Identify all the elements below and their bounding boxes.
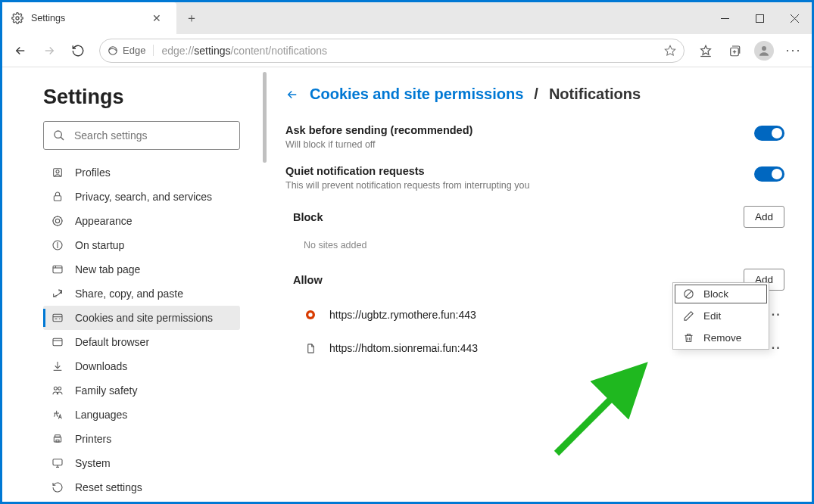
favorites-button[interactable] [692, 37, 719, 64]
menu-item-remove[interactable]: Remove [673, 327, 769, 349]
sidebar-item-appearance[interactable]: Appearance [43, 209, 240, 233]
svg-marker-7 [701, 45, 711, 54]
svg-point-13 [55, 131, 61, 138]
profile-avatar[interactable] [754, 41, 774, 61]
sidebar-item-default-browser[interactable]: Default browser [43, 330, 240, 354]
sidebar-item-label: Languages [75, 409, 127, 421]
url-text: edge://settings/content/notifications [161, 45, 657, 57]
download-icon [51, 360, 64, 372]
block-heading: Block [293, 211, 323, 223]
site-identity[interactable]: Edge [108, 45, 154, 56]
svg-point-42 [308, 313, 312, 316]
reset-icon [51, 481, 64, 493]
sidebar-item-label: Appearance [75, 215, 133, 227]
collections-button[interactable] [721, 37, 748, 64]
cookies-icon [51, 312, 64, 324]
menu-button[interactable]: ··· [780, 37, 807, 64]
toggle-ask-before-sending[interactable] [754, 126, 784, 141]
svg-line-44 [685, 291, 692, 297]
svg-point-33 [58, 387, 61, 390]
svg-marker-6 [665, 45, 675, 55]
sidebar-item-languages[interactable]: Languages [43, 403, 240, 427]
block-icon [682, 288, 694, 300]
settings-heading: Settings [43, 86, 249, 109]
family-icon [51, 384, 64, 397]
setting-title: Ask before sending (recommended) [285, 124, 472, 136]
block-add-button[interactable]: Add [744, 206, 784, 228]
refresh-button[interactable] [64, 37, 92, 64]
setting-desc: This will prevent notification requests … [285, 180, 529, 191]
sidebar-item-label: Family safety [75, 384, 137, 397]
sidebar-item-cookies-and-site-permissions[interactable]: Cookies and site permissions [43, 306, 240, 330]
share-icon [51, 288, 64, 300]
sidebar-item-label: Profiles [75, 166, 111, 179]
sidebar-item-profiles[interactable]: Profiles [43, 160, 240, 185]
lock-icon [51, 191, 64, 203]
svg-rect-36 [55, 435, 61, 437]
search-settings-field[interactable] [74, 129, 230, 142]
toggle-quiet-requests[interactable] [754, 166, 784, 182]
site-context-menu: Block Edit Remove [672, 282, 769, 350]
search-settings-input[interactable] [43, 121, 240, 150]
sidebar-item-new-tab-page[interactable]: New tab page [43, 257, 240, 282]
settings-sidebar: Settings ProfilesPrivacy, search, and se… [2, 67, 263, 502]
menu-item-block[interactable]: Block [673, 283, 769, 305]
breadcrumb-parent-link[interactable]: Cookies and site permissions [310, 86, 523, 103]
block-section: Block Add No sites added [285, 206, 784, 261]
maximize-button[interactable] [742, 2, 777, 34]
setting-ask-before-sending: Ask before sending (recommended) Will bl… [285, 124, 784, 150]
sidebar-scrollbar[interactable] [263, 67, 269, 502]
settings-main: Cookies and site permissions / Notificat… [269, 67, 812, 502]
sidebar-item-label: Privacy, search, and services [75, 191, 212, 203]
svg-rect-17 [54, 196, 61, 201]
site-favicon-icon [304, 308, 317, 322]
sidebar-item-label: System [75, 457, 111, 469]
annotation-arrow [549, 355, 655, 461]
svg-rect-38 [53, 459, 62, 465]
setting-quiet-requests: Quiet notification requests This will pr… [285, 165, 784, 191]
breadcrumb-separator: / [534, 86, 538, 103]
sidebar-item-downloads[interactable]: Downloads [43, 354, 240, 378]
sidebar-item-privacy-search-and-services[interactable]: Privacy, search, and services [43, 185, 240, 209]
sidebar-item-label: Cookies and site permissions [75, 312, 213, 324]
edit-icon [682, 310, 694, 322]
address-bar[interactable]: Edge edge://settings/content/notificatio… [99, 39, 685, 63]
svg-point-32 [54, 387, 57, 390]
svg-rect-22 [53, 266, 62, 272]
sidebar-item-label: Share, copy, and paste [75, 288, 183, 300]
svg-rect-2 [756, 14, 763, 22]
forward-button[interactable] [36, 37, 63, 64]
svg-point-5 [109, 46, 117, 54]
block-empty-text: No sites added [285, 235, 784, 261]
sidebar-item-label: New tab page [75, 263, 140, 275]
breadcrumb-back-button[interactable] [285, 88, 299, 101]
sidebar-item-label: Downloads [75, 360, 127, 372]
breadcrumb: Cookies and site permissions / Notificat… [285, 86, 784, 103]
menu-item-edit[interactable]: Edit [673, 305, 769, 327]
browser-icon [51, 336, 64, 348]
sidebar-item-share-copy-and-paste[interactable]: Share, copy, and paste [43, 282, 240, 306]
setting-title: Quiet notification requests [285, 165, 529, 177]
sidebar-item-printers[interactable]: Printers [43, 427, 240, 451]
sidebar-item-system[interactable]: System [43, 451, 240, 475]
back-button[interactable] [7, 37, 34, 64]
close-window-button[interactable] [777, 2, 812, 34]
new-tab-button[interactable]: ＋ [176, 2, 207, 34]
system-icon [51, 457, 64, 469]
browser-tab[interactable]: Settings ✕ [2, 2, 176, 34]
sidebar-item-reset-settings[interactable]: Reset settings [43, 475, 240, 499]
setting-desc: Will block if turned off [285, 139, 472, 150]
favorite-star-icon[interactable] [664, 45, 676, 57]
titlebar: Settings ✕ ＋ [2, 2, 812, 34]
minimize-button[interactable] [707, 2, 742, 34]
svg-rect-25 [53, 314, 62, 321]
svg-line-48 [557, 372, 638, 453]
appearance-icon [51, 215, 64, 227]
newtab-icon [51, 263, 64, 275]
search-icon [53, 129, 65, 142]
tab-close-button[interactable]: ✕ [146, 8, 167, 29]
file-icon [304, 341, 317, 355]
edge-icon [108, 45, 118, 56]
sidebar-item-family-safety[interactable]: Family safety [43, 378, 240, 403]
sidebar-item-on-startup[interactable]: On startup [43, 233, 240, 257]
